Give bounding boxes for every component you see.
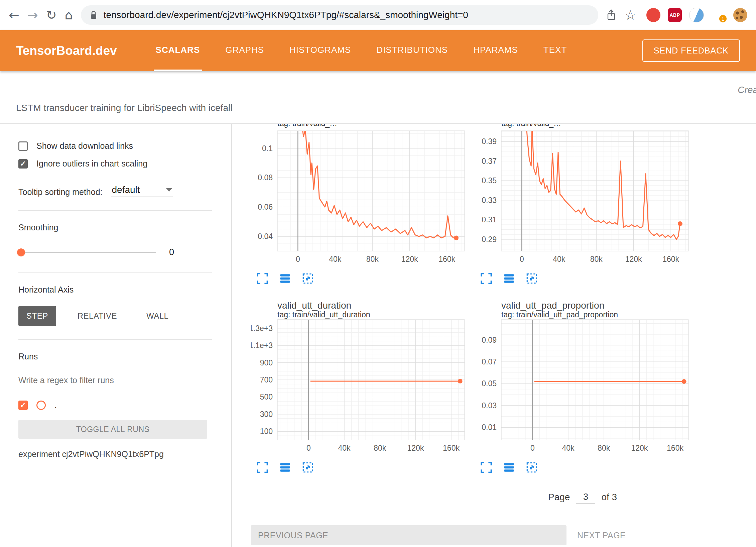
next-page-button[interactable]: NEXT PAGE — [575, 530, 628, 541]
axis-relative-button[interactable]: RELATIVE — [70, 306, 125, 326]
line-chart[interactable]: 040k80k120k160k0.010.030.050.070.09 — [475, 319, 690, 453]
tab-hparams[interactable]: HPARAMS — [471, 30, 520, 71]
brand-title: TensorBoard.dev — [16, 30, 117, 71]
tooltip-sorting-row: Tooltip sorting method: default — [18, 183, 212, 197]
forward-icon[interactable]: → — [27, 9, 38, 21]
smoothing-value-input[interactable] — [166, 246, 212, 259]
ignore-outliers-label: Ignore outliers in chart scaling — [36, 159, 147, 169]
fullscreen-icon[interactable] — [479, 271, 493, 286]
settings-sidebar: Show data download links ✓ Ignore outlie… — [0, 124, 232, 547]
svg-text:0.33: 0.33 — [482, 196, 497, 205]
svg-text:0.03: 0.03 — [482, 401, 497, 410]
fullscreen-icon[interactable] — [255, 460, 269, 474]
svg-text:700: 700 — [260, 375, 273, 384]
svg-text:120k: 120k — [407, 444, 424, 452]
data-table-icon[interactable] — [278, 271, 292, 286]
runs-filter-input[interactable] — [18, 373, 211, 388]
svg-text:40k: 40k — [329, 255, 342, 263]
svg-text:120k: 120k — [401, 255, 418, 263]
svg-text:900: 900 — [260, 358, 273, 367]
divider — [18, 210, 212, 211]
padlock-icon — [90, 10, 98, 20]
chart-toolbar — [479, 460, 690, 474]
tooltip-sorting-dropdown[interactable]: default — [111, 183, 173, 197]
back-icon[interactable]: ← — [9, 9, 19, 21]
run-row: ✓ . — [18, 400, 212, 410]
page-of-label: of 3 — [601, 492, 617, 503]
show-download-checkbox[interactable] — [18, 141, 28, 151]
tab-distributions[interactable]: DISTRIBUTIONS — [374, 30, 450, 71]
extension-icons: ABP 1 — [646, 8, 747, 22]
share-icon[interactable] — [606, 9, 616, 21]
page-number-input[interactable] — [576, 490, 595, 504]
data-table-icon[interactable] — [502, 271, 516, 286]
svg-text:80k: 80k — [366, 255, 379, 263]
svg-text:0.09: 0.09 — [482, 336, 497, 344]
chart-card: tag: train/valid_… 040k80k120k160k0.290.… — [475, 124, 690, 286]
fit-domain-icon[interactable] — [525, 460, 539, 474]
run-name: . — [54, 400, 57, 410]
fullscreen-icon[interactable] — [479, 460, 493, 474]
svg-text:120k: 120k — [631, 444, 648, 452]
fullscreen-icon[interactable] — [255, 271, 269, 286]
svg-text:40k: 40k — [338, 444, 351, 452]
axis-step-button[interactable]: STEP — [18, 306, 56, 326]
notification-badge: 1 — [719, 14, 727, 23]
line-chart[interactable]: 040k80k120k160k0.040.060.080.1 — [251, 130, 466, 264]
chart-svg: 040k80k120k160k0.040.060.080.1 — [251, 130, 466, 264]
svg-text:160k: 160k — [438, 255, 455, 263]
cookie-extension-icon[interactable] — [733, 8, 747, 22]
line-chart[interactable]: 040k80k120k160k1003005007009001.1e+31.3e… — [251, 319, 466, 453]
previous-page-button[interactable]: PREVIOUS PAGE — [251, 525, 566, 545]
charts-main: tag: train/valid_… 040k80k120k160k0.040.… — [232, 124, 756, 547]
fit-domain-icon[interactable] — [525, 271, 539, 286]
svg-text:0.39: 0.39 — [482, 137, 497, 146]
chart-tag: tag: train/valid_utt_duration — [277, 311, 466, 319]
tab-graphs[interactable]: GRAPHS — [223, 30, 266, 71]
adblock-extension-icon[interactable] — [646, 8, 660, 22]
svg-text:0: 0 — [520, 255, 524, 263]
run-color-swatch[interactable] — [36, 401, 46, 410]
svg-text:0.04: 0.04 — [258, 232, 273, 241]
tab-scalars[interactable]: SCALARS — [154, 30, 202, 71]
svg-text:0: 0 — [530, 444, 535, 452]
axis-wall-button[interactable]: WALL — [138, 306, 176, 326]
line-chart[interactable]: 040k80k120k160k0.290.310.330.350.370.39 — [475, 130, 690, 264]
bookmark-star-icon[interactable]: ☆ — [624, 8, 636, 22]
chart-tag-clipped: tag: train/valid_… — [277, 124, 466, 130]
run-checkbox[interactable]: ✓ — [18, 401, 28, 410]
chart-card: valid_utt_duration tag: train/valid_utt_… — [251, 301, 466, 474]
series-end-dot — [458, 379, 463, 384]
chart-svg: 040k80k120k160k0.010.030.050.070.09 — [475, 319, 690, 453]
abp-extension-icon[interactable]: ABP — [668, 8, 682, 22]
chart-card: valid_utt_pad_proportion tag: train/vali… — [475, 301, 690, 474]
fit-domain-icon[interactable] — [301, 271, 315, 286]
svg-text:40k: 40k — [562, 444, 575, 452]
data-table-icon[interactable] — [502, 460, 516, 474]
fit-domain-icon[interactable] — [301, 460, 315, 474]
tab-histograms[interactable]: HISTOGRAMS — [287, 30, 353, 71]
home-icon[interactable]: ⌂ — [65, 9, 73, 21]
svg-text:0.07: 0.07 — [482, 357, 497, 366]
svg-text:0.08: 0.08 — [258, 173, 273, 182]
smoothing-label: Smoothing — [18, 223, 212, 232]
smoothing-slider[interactable] — [18, 252, 156, 253]
reload-icon[interactable]: ↻ — [46, 9, 57, 21]
profile-avatar[interactable]: 1 — [711, 8, 726, 22]
ignore-outliers-checkbox[interactable]: ✓ — [18, 159, 28, 169]
svg-text:80k: 80k — [590, 255, 603, 263]
tab-text[interactable]: TEXT — [541, 30, 569, 71]
svg-text:100: 100 — [260, 427, 273, 436]
nav-tabs: SCALARS GRAPHS HISTOGRAMS DISTRIBUTIONS … — [154, 30, 569, 71]
svg-text:80k: 80k — [598, 444, 610, 452]
svg-text:0: 0 — [296, 255, 300, 263]
chart-svg: 040k80k120k160k0.290.310.330.350.370.39 — [475, 130, 690, 264]
url-bar[interactable]: tensorboard.dev/experiment/cj2vtPiwQHKN9… — [81, 5, 599, 25]
svg-text:160k: 160k — [667, 444, 683, 452]
toggle-all-runs-button[interactable]: TOGGLE ALL RUNS — [18, 420, 207, 439]
chart-svg: 040k80k120k160k1003005007009001.1e+31.3e… — [251, 319, 466, 453]
send-feedback-button[interactable]: SEND FEEDBACK — [642, 39, 740, 62]
data-table-icon[interactable] — [278, 460, 292, 474]
smoothing-slider-thumb[interactable] — [17, 248, 25, 256]
blue-extension-icon[interactable] — [689, 8, 704, 22]
